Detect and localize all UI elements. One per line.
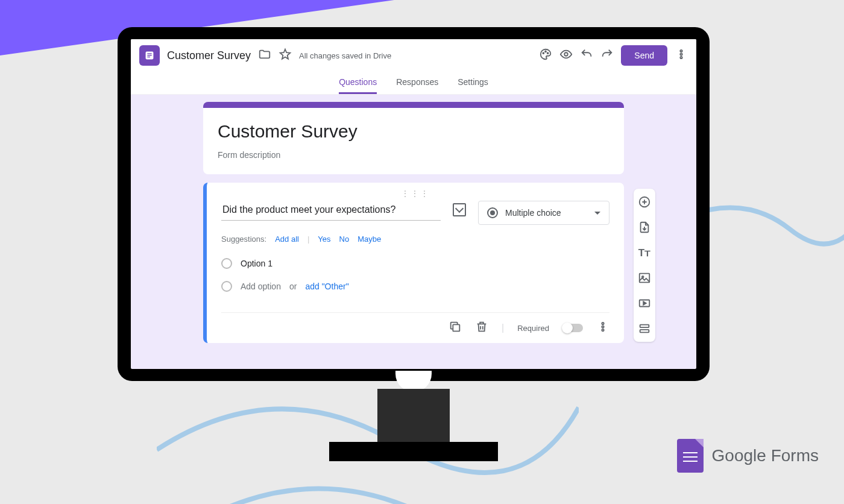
add-section-icon[interactable] [637, 321, 652, 336]
add-video-icon[interactable] [637, 296, 652, 310]
add-image-icon[interactable] [637, 271, 652, 285]
header-bar: Customer Survey All changes saved in Dri… [131, 39, 696, 72]
suggestion-add-all[interactable]: Add all [275, 235, 299, 244]
add-other-button[interactable]: add "Other" [305, 282, 348, 291]
suggestion-maybe[interactable]: Maybe [357, 235, 381, 244]
side-toolbar: Tᴛ [634, 189, 655, 342]
add-option-button[interactable]: Add option [241, 282, 281, 291]
question-input[interactable] [221, 201, 441, 221]
svg-point-9 [680, 53, 682, 55]
svg-rect-19 [640, 325, 649, 328]
svg-rect-20 [640, 330, 649, 333]
suggestions-row: Suggestions: Add all | Yes No Maybe [221, 235, 609, 244]
brand-badge: Google Forms [677, 439, 819, 473]
svg-point-5 [545, 51, 546, 52]
save-status: All changes saved in Drive [299, 51, 391, 60]
svg-rect-3 [147, 57, 150, 57]
svg-point-10 [680, 57, 682, 58]
suggestion-yes[interactable]: Yes [318, 235, 330, 244]
monitor-base [329, 442, 498, 461]
svg-point-13 [602, 326, 603, 327]
suggestion-no[interactable]: No [339, 235, 350, 244]
form-canvas: Customer Survey Form description ⋮⋮⋮ Mul… [131, 95, 696, 359]
add-title-icon[interactable]: Tᴛ [637, 245, 652, 260]
undo-icon[interactable] [580, 48, 593, 63]
svg-rect-1 [147, 53, 151, 54]
palette-icon[interactable] [539, 48, 552, 63]
or-label: or [289, 282, 297, 291]
document-title[interactable]: Customer Survey [167, 49, 251, 62]
svg-point-14 [602, 329, 603, 331]
radio-empty-icon [221, 258, 232, 269]
question-card[interactable]: ⋮⋮⋮ Multiple choice Suggestions: Add all… [203, 183, 624, 343]
question-footer: | Required [221, 312, 609, 336]
redo-icon[interactable] [600, 48, 614, 63]
svg-point-8 [680, 50, 682, 52]
forms-editor-screen: Customer Survey All changes saved in Dri… [131, 39, 696, 369]
question-type-label: Multiple choice [505, 208, 587, 218]
forms-logo-icon [677, 439, 704, 473]
monitor-frame: Customer Survey All changes saved in Dri… [118, 27, 710, 461]
delete-icon[interactable] [475, 320, 488, 336]
question-type-select[interactable]: Multiple choice [478, 201, 609, 225]
add-option-row: Add option or add "Other" [221, 275, 609, 298]
more-icon[interactable] [596, 320, 609, 336]
tab-responses[interactable]: Responses [396, 72, 438, 94]
preview-icon[interactable] [559, 48, 573, 63]
svg-point-7 [565, 52, 568, 56]
option-label[interactable]: Option 1 [241, 259, 272, 268]
radio-empty-icon [221, 281, 232, 292]
tab-questions[interactable]: Questions [339, 72, 377, 94]
tab-settings[interactable]: Settings [458, 72, 488, 94]
duplicate-icon[interactable] [449, 320, 462, 336]
monitor-bezel: Customer Survey All changes saved in Dri… [118, 27, 710, 381]
required-label: Required [517, 324, 549, 333]
more-icon[interactable] [675, 48, 688, 63]
svg-point-4 [543, 52, 544, 54]
svg-point-6 [547, 52, 549, 54]
drag-handle-icon[interactable]: ⋮⋮⋮ [221, 189, 609, 198]
send-button[interactable]: Send [621, 45, 667, 66]
radio-icon [487, 207, 498, 218]
svg-rect-11 [453, 324, 459, 331]
import-icon[interactable] [637, 220, 652, 235]
chevron-down-icon [594, 212, 600, 215]
required-toggle[interactable] [562, 324, 583, 332]
forms-logo-icon[interactable] [139, 45, 160, 66]
svg-point-12 [602, 323, 603, 324]
add-question-icon[interactable] [637, 195, 652, 209]
form-description[interactable]: Form description [218, 150, 609, 160]
tabs-bar: Questions Responses Settings [131, 72, 696, 95]
add-image-icon[interactable] [453, 203, 466, 216]
svg-rect-2 [147, 55, 151, 55]
folder-icon[interactable] [258, 48, 271, 63]
title-card[interactable]: Customer Survey Form description [203, 102, 624, 174]
option-row[interactable]: Option 1 [221, 252, 609, 275]
star-icon[interactable] [279, 48, 292, 63]
form-title[interactable]: Customer Survey [218, 121, 609, 142]
suggestions-label: Suggestions: [221, 235, 266, 244]
brand-text: Google Forms [712, 446, 819, 465]
